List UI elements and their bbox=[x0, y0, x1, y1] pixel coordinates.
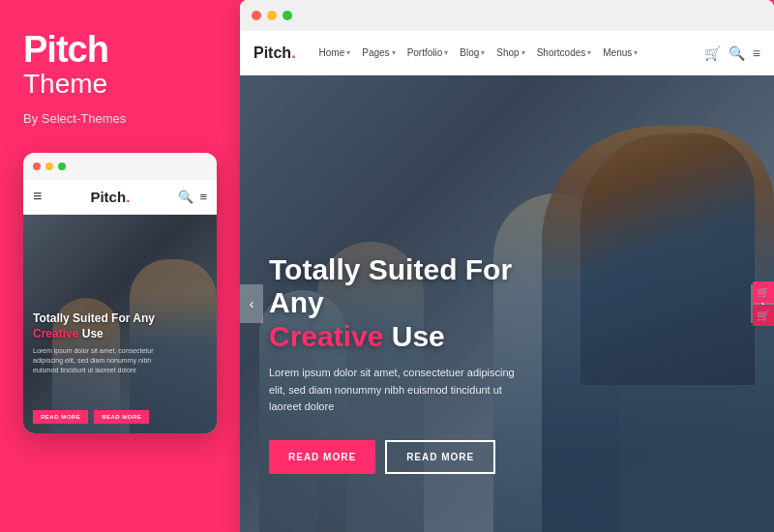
desktop-logo-dot: . bbox=[291, 44, 295, 61]
nav-item-shortcodes[interactable]: Shortcodes ▾ bbox=[537, 47, 592, 58]
desktop-dot-yellow bbox=[267, 11, 277, 20]
slider-arrow-left[interactable]: ‹ bbox=[240, 284, 263, 323]
mobile-hero: Totally Suited For Any Creative Use Lore… bbox=[23, 215, 217, 433]
by-line: By Select-Themes bbox=[23, 111, 217, 126]
mobile-logo: Pitch. bbox=[90, 189, 130, 205]
desktop-logo: Pitch. bbox=[253, 44, 296, 62]
mobile-read-more-1[interactable]: READ MORE bbox=[33, 410, 88, 424]
mobile-mockup: ≡ Pitch. 🔍 ≡ Totally Suited For Any Crea… bbox=[23, 153, 217, 433]
mobile-menu-icon[interactable]: ≡ bbox=[199, 190, 207, 204]
desktop-nav: Pitch. Home ▾ Pages ▾ Portfolio ▾ Blog ▾… bbox=[240, 31, 774, 75]
chevron-left-icon: ‹ bbox=[250, 296, 254, 311]
hero-body: Lorem ipsum dolor sit amet, consectetuer… bbox=[269, 365, 522, 416]
hero-content: Totally Suited For Any Creative Use Lore… bbox=[269, 253, 522, 416]
dot-red bbox=[33, 163, 41, 170]
dot-green bbox=[58, 163, 66, 170]
mobile-browser-bar bbox=[23, 153, 217, 180]
desktop-nav-right: 🛒 🔍 ≡ bbox=[704, 45, 760, 61]
side-btn-cart[interactable]: 🛒 bbox=[753, 281, 774, 303]
desktop-browser-bar bbox=[240, 0, 774, 31]
desktop-dot-red bbox=[252, 11, 261, 20]
desktop-cart-icon[interactable]: 🛒 bbox=[704, 45, 721, 61]
chevron-pages: ▾ bbox=[392, 48, 396, 57]
hero-btn-primary[interactable]: READ MORE bbox=[269, 440, 375, 474]
mobile-hero-heading: Totally Suited For Any Creative Use bbox=[33, 311, 159, 341]
chevron-home: ▾ bbox=[346, 48, 350, 57]
side-btn-bag[interactable]: 🛒 bbox=[753, 305, 774, 326]
hero-heading: Totally Suited For Any Creative Use bbox=[269, 253, 522, 354]
desktop-hero: 🛒 🛒 Totally Suited For Any Creative Use … bbox=[240, 75, 774, 532]
desktop-mockup: Pitch. Home ▾ Pages ▾ Portfolio ▾ Blog ▾… bbox=[240, 0, 774, 532]
chevron-blog: ▾ bbox=[481, 48, 485, 57]
mobile-hero-buttons: READ MORE READ MORE bbox=[33, 410, 149, 424]
mobile-hero-content: Totally Suited For Any Creative Use Lore… bbox=[33, 311, 159, 375]
nav-item-home[interactable]: Home ▾ bbox=[319, 47, 351, 58]
desktop-dot-green bbox=[283, 11, 292, 20]
mobile-hero-body: Lorem ipsum dolor sit amet, consectetur … bbox=[33, 346, 159, 374]
hero-btn-secondary[interactable]: READ MORE bbox=[385, 440, 495, 474]
desktop-search-icon[interactable]: 🔍 bbox=[729, 45, 745, 61]
mobile-hamburger-icon[interactable]: ≡ bbox=[33, 188, 42, 205]
left-panel: Pitch Theme By Select-Themes ≡ Pitch. 🔍 … bbox=[0, 0, 240, 532]
desktop-menu-icon[interactable]: ≡ bbox=[753, 45, 760, 61]
desktop-nav-items: Home ▾ Pages ▾ Portfolio ▾ Blog ▾ Shop ▾… bbox=[319, 47, 689, 58]
brand-title: Pitch bbox=[23, 31, 217, 68]
mobile-nav-icons: 🔍 ≡ bbox=[178, 190, 207, 204]
side-bag-icon: 🛒 bbox=[757, 310, 770, 322]
mobile-logo-dot: . bbox=[126, 189, 130, 205]
chevron-portfolio: ▾ bbox=[444, 48, 448, 57]
nav-item-menus[interactable]: Menus ▾ bbox=[603, 47, 638, 58]
nav-item-shop[interactable]: Shop ▾ bbox=[496, 47, 524, 58]
hero-buttons: READ MORE READ MORE bbox=[269, 440, 495, 474]
nav-item-blog[interactable]: Blog ▾ bbox=[460, 47, 485, 58]
nav-item-pages[interactable]: Pages ▾ bbox=[362, 47, 395, 58]
chevron-shop: ▾ bbox=[521, 48, 525, 57]
mobile-read-more-2[interactable]: READ MORE bbox=[94, 410, 149, 424]
brand-subtitle: Theme bbox=[23, 70, 217, 100]
nav-item-portfolio[interactable]: Portfolio ▾ bbox=[407, 47, 449, 58]
mobile-search-icon[interactable]: 🔍 bbox=[178, 190, 194, 204]
chevron-menus: ▾ bbox=[634, 48, 638, 57]
side-cart-icon: 🛒 bbox=[757, 286, 770, 299]
chevron-shortcodes: ▾ bbox=[587, 48, 591, 57]
side-buttons: 🛒 🛒 bbox=[753, 281, 774, 326]
dot-yellow bbox=[45, 163, 53, 170]
mobile-nav: ≡ Pitch. 🔍 ≡ bbox=[23, 180, 217, 215]
